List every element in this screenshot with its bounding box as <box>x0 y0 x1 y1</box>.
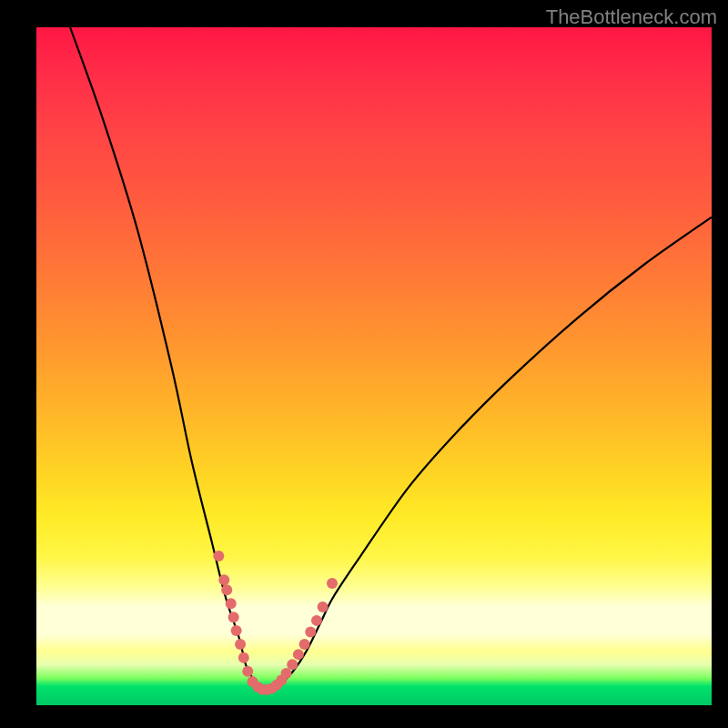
marker-dot <box>311 615 322 626</box>
marker-dot <box>287 659 298 670</box>
marker-dot <box>228 612 239 622</box>
marker-group <box>213 551 338 695</box>
marker-dot <box>318 602 329 612</box>
marker-dot <box>218 574 229 585</box>
marker-dot <box>226 598 237 609</box>
chart-svg <box>36 27 712 705</box>
marker-dot <box>231 625 242 636</box>
marker-dot <box>213 551 224 561</box>
marker-dot <box>293 649 304 660</box>
marker-dot <box>327 578 338 589</box>
marker-dot <box>221 584 232 595</box>
marker-dot <box>235 639 246 650</box>
bottleneck-chart <box>36 27 712 705</box>
marker-dot <box>299 639 310 650</box>
marker-dot <box>242 666 253 677</box>
watermark-text: TheBottleneck.com <box>546 5 717 29</box>
marker-dot <box>238 652 249 663</box>
marker-dot <box>305 627 316 638</box>
marker-dot <box>281 668 292 679</box>
bottleneck-curve-path <box>70 27 712 693</box>
